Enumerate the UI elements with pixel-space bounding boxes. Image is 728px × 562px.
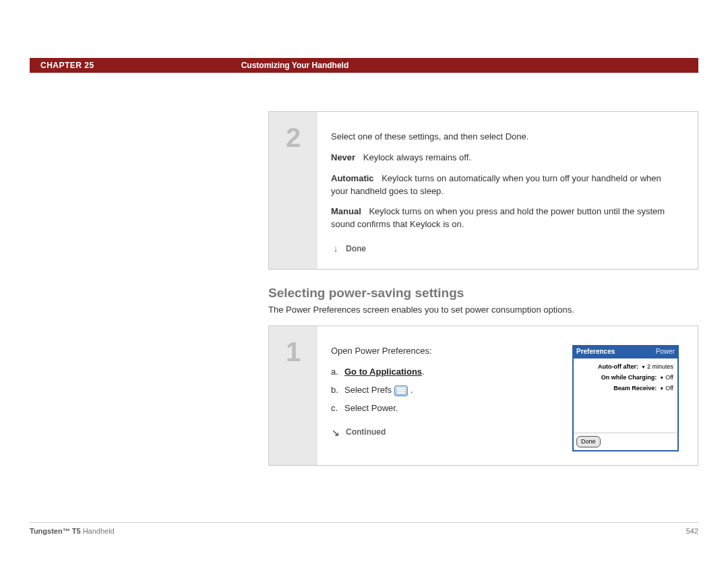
step-body: Select one of these settings, and then s…	[317, 112, 698, 269]
palm-row-charging: On while Charging: Off	[578, 373, 673, 382]
palm-value: Off	[659, 373, 673, 382]
palm-footer: Done	[574, 433, 677, 450]
step-intro: Open Power Preferences:	[331, 345, 559, 358]
prefs-icon	[394, 385, 408, 396]
substep-a: a. Go to Applications .	[331, 366, 559, 379]
palm-key: On while Charging:	[601, 373, 657, 382]
option-label: Never	[331, 152, 355, 162]
done-marker: Done	[331, 242, 679, 255]
substep-b: b. Select Prefs .	[331, 384, 559, 397]
option-never: Never Keylock always remains off.	[331, 152, 679, 164]
palm-row-autooff: Auto-off after: 2 minutes	[578, 363, 673, 371]
step-intro: Select one of these settings, and then s…	[331, 131, 679, 144]
substep-prefix: b.	[331, 384, 344, 397]
down-arrow-icon	[331, 242, 340, 255]
continued-marker: Continued	[331, 426, 559, 439]
step-number-column: 1	[269, 326, 317, 465]
substep-prefix: c.	[331, 402, 344, 415]
palm-body: Auto-off after: 2 minutes On while Charg…	[574, 358, 677, 433]
page-content: 2 Select one of these settings, and then…	[268, 111, 698, 482]
option-manual: Manual Keylock turns on when you press a…	[331, 206, 679, 231]
step-number-column: 2	[269, 112, 317, 269]
chapter-number: CHAPTER 25	[40, 61, 94, 70]
substep-c: c. Select Power.	[331, 402, 559, 415]
step-number: 1	[286, 338, 301, 465]
chapter-title: Customizing Your Handheld	[241, 61, 349, 70]
step-body: Open Power Preferences: a. Go to Applica…	[317, 326, 698, 465]
step-number: 2	[286, 124, 301, 269]
substep-prefix: a.	[331, 366, 344, 379]
palm-done-button: Done	[576, 436, 601, 447]
option-label: Automatic	[331, 173, 374, 183]
substep-suffix: .	[422, 366, 425, 379]
chapter-header: CHAPTER 25 Customizing Your Handheld	[30, 58, 698, 73]
option-desc: Keylock always remains off.	[363, 152, 471, 162]
step-box-2: 2 Select one of these settings, and then…	[268, 111, 698, 270]
palm-key: Beam Receive:	[613, 384, 657, 393]
option-automatic: Automatic Keylock turns on automatically…	[331, 173, 679, 198]
continued-label: Continued	[346, 427, 386, 438]
palm-row-beam: Beam Receive: Off	[578, 384, 673, 393]
option-desc: Keylock turns on when you press and hold…	[331, 206, 665, 229]
palm-value: 2 minutes	[641, 363, 673, 371]
palm-title-right: Power	[656, 347, 675, 357]
step-box-1: 1 Open Power Preferences: a. Go to Appli…	[268, 325, 698, 466]
palm-value: Off	[659, 384, 673, 393]
product-rest: Handheld	[81, 527, 115, 535]
step-text: Open Power Preferences: a. Go to Applica…	[331, 345, 559, 451]
sub-steps: a. Go to Applications . b. Select Prefs …	[331, 366, 559, 415]
continued-arrow-icon	[331, 426, 340, 439]
option-desc: Keylock turns on automatically when you …	[331, 173, 661, 196]
go-to-applications-link[interactable]: Go to Applications	[344, 366, 422, 379]
product-bold: Tungsten™ T5	[30, 527, 81, 535]
palm-title-left: Preferences	[576, 347, 615, 357]
substep-text: Select Prefs	[344, 384, 392, 397]
done-label: Done	[346, 243, 366, 255]
option-label: Manual	[331, 206, 361, 216]
substep-suffix: .	[411, 384, 413, 397]
substep-text: Select Power.	[344, 402, 398, 415]
step-text: Select one of these settings, and then s…	[331, 131, 679, 255]
palm-key: Auto-off after:	[598, 363, 638, 371]
section-subtext: The Power Preferences screen enables you…	[268, 305, 698, 315]
section-heading: Selecting power-saving settings	[268, 286, 698, 301]
palm-titlebar: Preferences Power	[574, 346, 677, 358]
page-footer: Tungsten™ T5 Handheld 542	[30, 522, 698, 535]
page-number: 542	[686, 527, 698, 535]
product-name: Tungsten™ T5 Handheld	[30, 527, 115, 535]
palm-screenshot: Preferences Power Auto-off after: 2 minu…	[572, 345, 679, 451]
